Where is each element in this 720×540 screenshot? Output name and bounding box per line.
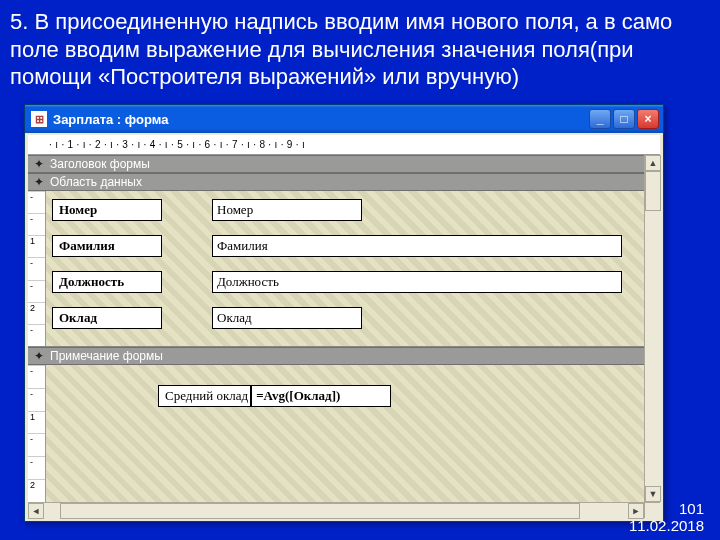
section-title: Примечание формы [50,349,163,363]
slide-number: 101 [629,501,704,518]
field-number[interactable]: Номер [212,199,362,221]
section-icon: ✦ [32,157,46,171]
section-body-detail[interactable]: -- 1- -2 - Номер Номер Фамилия Фамилия Д… [28,191,644,347]
label-position[interactable]: Должность [52,271,162,293]
maximize-button[interactable]: □ [613,109,635,129]
form-icon: ⊞ [31,111,47,127]
scroll-thumb[interactable] [645,171,661,211]
scroll-thumb[interactable] [60,503,580,519]
field-avg-salary[interactable]: =Avg([Оклад]) [251,385,391,407]
scroll-left-icon[interactable]: ◄ [28,503,44,519]
field-surname[interactable]: Фамилия [212,235,622,257]
vertical-ruler: -- 1- -2 [28,365,46,502]
slide-date: 11.02.2018 [629,518,704,535]
slide-body-text: 5. В присоединенную надпись вводим имя н… [0,0,720,95]
section-header-form-footer[interactable]: ✦ Примечание формы [28,347,644,365]
horizontal-scrollbar[interactable]: ◄ ► [28,502,644,518]
field-salary[interactable]: Оклад [212,307,362,329]
label-surname[interactable]: Фамилия [52,235,162,257]
section-icon: ✦ [32,349,46,363]
form-designer-window: ⊞ Зарплата : форма _ □ × · ı · 1 · ı · 2… [24,104,664,522]
vertical-ruler: -- 1- -2 - [28,191,46,346]
scroll-down-icon[interactable]: ▼ [645,486,661,502]
label-number[interactable]: Номер [52,199,162,221]
section-title: Заголовок формы [50,157,150,171]
scroll-up-icon[interactable]: ▲ [645,155,661,171]
label-avg-salary[interactable]: Средний оклад [158,385,251,407]
titlebar[interactable]: ⊞ Зарплата : форма _ □ × [25,105,663,133]
section-icon: ✦ [32,175,46,189]
client-area: · ı · 1 · ı · 2 · ı · 3 · ı · 4 · ı · 5 … [28,135,660,518]
vertical-scrollbar[interactable]: ▲ ▼ [644,155,660,502]
close-button[interactable]: × [637,109,659,129]
window-title: Зарплата : форма [53,112,589,127]
minimize-button[interactable]: _ [589,109,611,129]
section-header-detail[interactable]: ✦ Область данных [28,173,644,191]
horizontal-ruler: · ı · 1 · ı · 2 · ı · 3 · ı · 4 · ı · 5 … [28,135,660,155]
slide-footer: 101 11.02.2018 [629,501,704,534]
section-body-footer[interactable]: -- 1- -2 Средний оклад =Avg([Оклад]) [28,365,644,502]
label-salary[interactable]: Оклад [52,307,162,329]
field-position[interactable]: Должность [212,271,622,293]
section-header-form-header[interactable]: ✦ Заголовок формы [28,155,644,173]
section-title: Область данных [50,175,142,189]
design-surface[interactable]: ✦ Заголовок формы ✦ Область данных -- 1-… [28,155,644,502]
